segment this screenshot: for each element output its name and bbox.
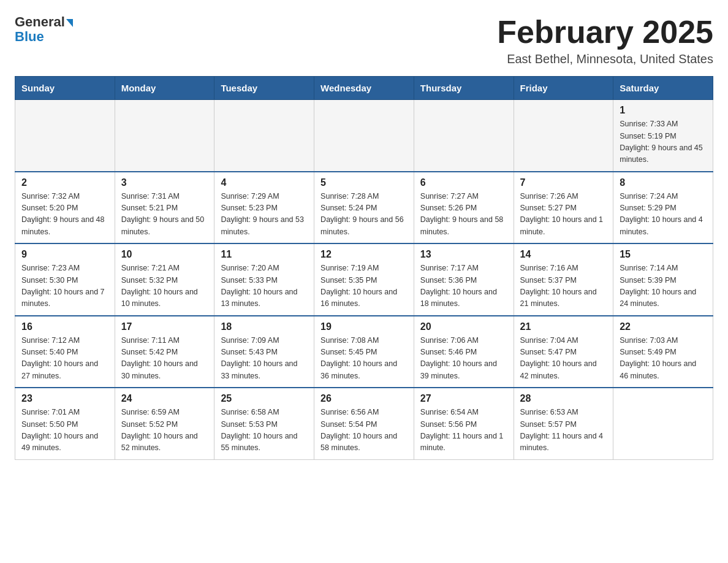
- table-row: 4Sunrise: 7:29 AM Sunset: 5:23 PM Daylig…: [214, 172, 314, 244]
- day-info: Sunrise: 7:09 AM Sunset: 5:43 PM Dayligh…: [221, 335, 308, 383]
- calendar-week-row: 2Sunrise: 7:32 AM Sunset: 5:20 PM Daylig…: [15, 172, 713, 244]
- table-row: 24Sunrise: 6:59 AM Sunset: 5:52 PM Dayli…: [115, 388, 214, 459]
- page-header: General Blue February 2025 East Bethel, …: [15, 15, 713, 66]
- table-row: [15, 100, 115, 172]
- day-number: 18: [221, 321, 308, 332]
- col-sunday: Sunday: [15, 77, 115, 100]
- day-info: Sunrise: 7:12 AM Sunset: 5:40 PM Dayligh…: [21, 335, 108, 383]
- day-info: Sunrise: 6:54 AM Sunset: 5:56 PM Dayligh…: [420, 407, 507, 454]
- col-monday: Monday: [115, 77, 214, 100]
- day-info: Sunrise: 7:28 AM Sunset: 5:24 PM Dayligh…: [320, 191, 408, 239]
- day-info: Sunrise: 7:06 AM Sunset: 5:46 PM Dayligh…: [420, 335, 507, 383]
- day-info: Sunrise: 7:26 AM Sunset: 5:27 PM Dayligh…: [520, 191, 607, 239]
- table-row: 13Sunrise: 7:17 AM Sunset: 5:36 PM Dayli…: [414, 243, 514, 316]
- table-row: 14Sunrise: 7:16 AM Sunset: 5:37 PM Dayli…: [514, 243, 613, 316]
- table-row: 26Sunrise: 6:56 AM Sunset: 5:54 PM Dayli…: [314, 388, 414, 459]
- table-row: [514, 100, 613, 172]
- table-row: [314, 100, 414, 172]
- day-number: 21: [520, 321, 607, 332]
- day-number: 13: [420, 249, 507, 260]
- calendar-header-row: Sunday Monday Tuesday Wednesday Thursday…: [15, 77, 713, 100]
- table-row: 6Sunrise: 7:27 AM Sunset: 5:26 PM Daylig…: [414, 172, 514, 244]
- day-info: Sunrise: 7:27 AM Sunset: 5:26 PM Dayligh…: [420, 191, 507, 239]
- day-number: 1: [620, 105, 707, 116]
- table-row: 3Sunrise: 7:31 AM Sunset: 5:21 PM Daylig…: [115, 172, 214, 244]
- day-number: 25: [221, 393, 308, 404]
- day-number: 16: [21, 321, 108, 332]
- day-number: 15: [620, 249, 707, 260]
- day-number: 26: [320, 393, 408, 404]
- day-info: Sunrise: 6:58 AM Sunset: 5:53 PM Dayligh…: [221, 407, 308, 454]
- calendar-week-row: 9Sunrise: 7:23 AM Sunset: 5:30 PM Daylig…: [15, 243, 713, 316]
- day-info: Sunrise: 7:20 AM Sunset: 5:33 PM Dayligh…: [221, 262, 308, 310]
- day-number: 7: [520, 177, 607, 188]
- day-number: 2: [21, 177, 108, 188]
- table-row: 7Sunrise: 7:26 AM Sunset: 5:27 PM Daylig…: [514, 172, 613, 244]
- calendar-week-row: 1Sunrise: 7:33 AM Sunset: 5:19 PM Daylig…: [15, 100, 713, 172]
- day-number: 22: [620, 321, 707, 332]
- table-row: 20Sunrise: 7:06 AM Sunset: 5:46 PM Dayli…: [414, 316, 514, 388]
- calendar-table: Sunday Monday Tuesday Wednesday Thursday…: [15, 76, 713, 460]
- table-row: 12Sunrise: 7:19 AM Sunset: 5:35 PM Dayli…: [314, 243, 414, 316]
- table-row: 21Sunrise: 7:04 AM Sunset: 5:47 PM Dayli…: [514, 316, 613, 388]
- calendar-week-row: 16Sunrise: 7:12 AM Sunset: 5:40 PM Dayli…: [15, 316, 713, 388]
- col-saturday: Saturday: [613, 77, 713, 100]
- day-info: Sunrise: 7:29 AM Sunset: 5:23 PM Dayligh…: [221, 191, 308, 239]
- table-row: 16Sunrise: 7:12 AM Sunset: 5:40 PM Dayli…: [15, 316, 115, 388]
- day-info: Sunrise: 7:33 AM Sunset: 5:19 PM Dayligh…: [620, 118, 707, 166]
- day-info: Sunrise: 7:03 AM Sunset: 5:49 PM Dayligh…: [620, 335, 707, 383]
- table-row: 18Sunrise: 7:09 AM Sunset: 5:43 PM Dayli…: [214, 316, 314, 388]
- logo-text: General: [15, 15, 73, 29]
- table-row: 28Sunrise: 6:53 AM Sunset: 5:57 PM Dayli…: [514, 388, 613, 459]
- day-number: 19: [320, 321, 408, 332]
- day-info: Sunrise: 7:04 AM Sunset: 5:47 PM Dayligh…: [520, 335, 607, 383]
- calendar-week-row: 23Sunrise: 7:01 AM Sunset: 5:50 PM Dayli…: [15, 388, 713, 459]
- day-info: Sunrise: 6:59 AM Sunset: 5:52 PM Dayligh…: [121, 407, 208, 454]
- day-number: 4: [221, 177, 308, 188]
- day-number: 8: [620, 177, 707, 188]
- col-thursday: Thursday: [414, 77, 514, 100]
- logo: General Blue: [15, 15, 73, 44]
- day-number: 24: [121, 393, 208, 404]
- day-info: Sunrise: 6:56 AM Sunset: 5:54 PM Dayligh…: [320, 407, 408, 454]
- logo-blue-text: Blue: [15, 29, 44, 44]
- col-wednesday: Wednesday: [314, 77, 414, 100]
- table-row: 17Sunrise: 7:11 AM Sunset: 5:42 PM Dayli…: [115, 316, 214, 388]
- table-row: 10Sunrise: 7:21 AM Sunset: 5:32 PM Dayli…: [115, 243, 214, 316]
- table-row: 5Sunrise: 7:28 AM Sunset: 5:24 PM Daylig…: [314, 172, 414, 244]
- table-row: [613, 388, 713, 459]
- day-info: Sunrise: 7:24 AM Sunset: 5:29 PM Dayligh…: [620, 191, 707, 239]
- day-info: Sunrise: 7:01 AM Sunset: 5:50 PM Dayligh…: [21, 407, 108, 454]
- day-info: Sunrise: 7:11 AM Sunset: 5:42 PM Dayligh…: [121, 335, 208, 383]
- day-number: 12: [320, 249, 408, 260]
- table-row: 23Sunrise: 7:01 AM Sunset: 5:50 PM Dayli…: [15, 388, 115, 459]
- day-number: 27: [420, 393, 507, 404]
- table-row: 22Sunrise: 7:03 AM Sunset: 5:49 PM Dayli…: [613, 316, 713, 388]
- day-number: 20: [420, 321, 507, 332]
- day-info: Sunrise: 7:19 AM Sunset: 5:35 PM Dayligh…: [320, 262, 408, 310]
- table-row: 1Sunrise: 7:33 AM Sunset: 5:19 PM Daylig…: [613, 100, 713, 172]
- page-title: February 2025: [497, 15, 713, 50]
- table-row: 11Sunrise: 7:20 AM Sunset: 5:33 PM Dayli…: [214, 243, 314, 316]
- title-section: February 2025 East Bethel, Minnesota, Un…: [497, 15, 713, 66]
- table-row: [115, 100, 214, 172]
- day-number: 10: [121, 249, 208, 260]
- day-number: 17: [121, 321, 208, 332]
- day-number: 23: [21, 393, 108, 404]
- table-row: 27Sunrise: 6:54 AM Sunset: 5:56 PM Dayli…: [414, 388, 514, 459]
- day-number: 5: [320, 177, 408, 188]
- day-info: Sunrise: 7:23 AM Sunset: 5:30 PM Dayligh…: [21, 262, 108, 310]
- day-number: 28: [520, 393, 607, 404]
- logo-triangle-icon: [66, 19, 73, 27]
- table-row: 15Sunrise: 7:14 AM Sunset: 5:39 PM Dayli…: [613, 243, 713, 316]
- day-info: Sunrise: 7:14 AM Sunset: 5:39 PM Dayligh…: [620, 262, 707, 310]
- page-subtitle: East Bethel, Minnesota, United States: [497, 52, 713, 66]
- day-info: Sunrise: 7:31 AM Sunset: 5:21 PM Dayligh…: [121, 191, 208, 239]
- day-number: 9: [21, 249, 108, 260]
- col-tuesday: Tuesday: [214, 77, 314, 100]
- day-number: 6: [420, 177, 507, 188]
- table-row: 8Sunrise: 7:24 AM Sunset: 5:29 PM Daylig…: [613, 172, 713, 244]
- table-row: 9Sunrise: 7:23 AM Sunset: 5:30 PM Daylig…: [15, 243, 115, 316]
- table-row: 19Sunrise: 7:08 AM Sunset: 5:45 PM Dayli…: [314, 316, 414, 388]
- day-info: Sunrise: 7:21 AM Sunset: 5:32 PM Dayligh…: [121, 262, 208, 310]
